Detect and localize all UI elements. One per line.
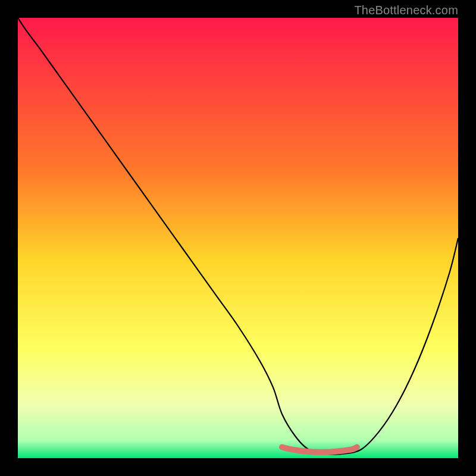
chart-svg (18, 18, 458, 458)
plot-area (18, 18, 458, 458)
watermark-text: TheBottleneck.com (354, 4, 458, 17)
chart-container: TheBottleneck.com (0, 0, 476, 476)
gradient-background (18, 18, 458, 458)
